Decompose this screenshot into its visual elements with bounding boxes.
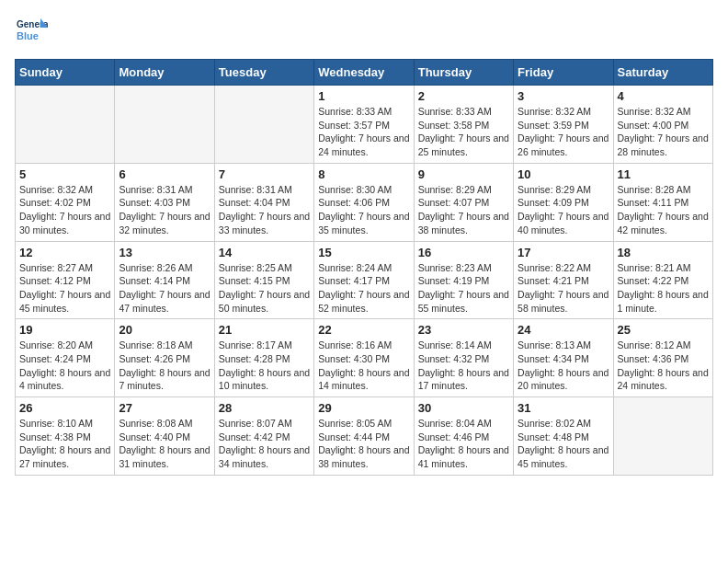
- day-number: 25: [618, 323, 709, 337]
- calendar-cell: 31Sunrise: 8:02 AMSunset: 4:48 PMDayligh…: [514, 397, 613, 476]
- day-info: Sunrise: 8:14 AMSunset: 4:32 PMDaylight:…: [418, 339, 509, 393]
- day-info: Sunrise: 8:32 AMSunset: 4:00 PMDaylight:…: [618, 105, 709, 159]
- day-number: 11: [618, 167, 709, 181]
- header: General Blue: [15, 15, 713, 48]
- calendar-cell: 25Sunrise: 8:12 AMSunset: 4:36 PMDayligh…: [613, 319, 712, 397]
- day-info: Sunrise: 8:21 AMSunset: 4:22 PMDaylight:…: [618, 261, 709, 316]
- day-number: 14: [219, 246, 310, 259]
- day-info: Sunrise: 8:31 AMSunset: 4:03 PMDaylight:…: [119, 183, 210, 237]
- calendar-cell: 29Sunrise: 8:05 AMSunset: 4:44 PMDayligh…: [314, 397, 414, 476]
- day-info: Sunrise: 8:31 AMSunset: 4:04 PMDaylight:…: [219, 183, 310, 237]
- weekday-header: Sunday: [16, 60, 115, 86]
- calendar-cell: 30Sunrise: 8:04 AMSunset: 4:46 PMDayligh…: [414, 397, 513, 476]
- calendar-week-row: 26Sunrise: 8:10 AMSunset: 4:38 PMDayligh…: [16, 397, 713, 476]
- day-number: 5: [19, 167, 110, 181]
- calendar-cell: 27Sunrise: 8:08 AMSunset: 4:40 PMDayligh…: [115, 397, 214, 476]
- day-number: 21: [219, 323, 310, 337]
- day-number: 22: [318, 323, 409, 337]
- day-number: 29: [318, 401, 409, 415]
- day-number: 23: [418, 323, 509, 337]
- day-info: Sunrise: 8:20 AMSunset: 4:24 PMDaylight:…: [19, 339, 110, 393]
- calendar-cell: 22Sunrise: 8:16 AMSunset: 4:30 PMDayligh…: [314, 319, 414, 397]
- calendar-cell: 2Sunrise: 8:33 AMSunset: 3:58 PMDaylight…: [414, 86, 513, 164]
- day-info: Sunrise: 8:27 AMSunset: 4:12 PMDaylight:…: [19, 261, 110, 316]
- day-info: Sunrise: 8:29 AMSunset: 4:09 PMDaylight:…: [518, 183, 609, 237]
- day-number: 1: [318, 89, 409, 103]
- day-info: Sunrise: 8:24 AMSunset: 4:17 PMDaylight:…: [318, 261, 409, 316]
- calendar-cell: 17Sunrise: 8:22 AMSunset: 4:21 PMDayligh…: [514, 241, 613, 319]
- calendar-cell: 23Sunrise: 8:14 AMSunset: 4:32 PMDayligh…: [414, 319, 513, 397]
- day-info: Sunrise: 8:05 AMSunset: 4:44 PMDaylight:…: [318, 417, 409, 471]
- day-number: 13: [119, 246, 210, 259]
- weekday-header: Saturday: [613, 60, 712, 86]
- day-info: Sunrise: 8:17 AMSunset: 4:28 PMDaylight:…: [219, 339, 310, 393]
- day-number: 3: [518, 89, 609, 103]
- day-info: Sunrise: 8:32 AMSunset: 3:59 PMDaylight:…: [518, 105, 609, 159]
- calendar-cell: 7Sunrise: 8:31 AMSunset: 4:04 PMDaylight…: [214, 163, 313, 241]
- calendar-cell: 16Sunrise: 8:23 AMSunset: 4:19 PMDayligh…: [414, 241, 513, 319]
- calendar-cell: 24Sunrise: 8:13 AMSunset: 4:34 PMDayligh…: [514, 319, 613, 397]
- day-info: Sunrise: 8:07 AMSunset: 4:42 PMDaylight:…: [219, 417, 310, 471]
- day-info: Sunrise: 8:22 AMSunset: 4:21 PMDaylight:…: [518, 261, 609, 316]
- day-number: 10: [518, 167, 609, 181]
- day-number: 27: [119, 401, 210, 415]
- day-info: Sunrise: 8:29 AMSunset: 4:07 PMDaylight:…: [418, 183, 509, 237]
- calendar-cell: [115, 86, 214, 164]
- calendar-cell: 3Sunrise: 8:32 AMSunset: 3:59 PMDaylight…: [514, 86, 613, 164]
- day-number: 15: [318, 246, 409, 259]
- calendar-cell: 4Sunrise: 8:32 AMSunset: 4:00 PMDaylight…: [613, 86, 712, 164]
- weekday-header: Tuesday: [214, 60, 313, 86]
- day-number: 19: [19, 323, 110, 337]
- day-number: 28: [219, 401, 310, 415]
- day-info: Sunrise: 8:28 AMSunset: 4:11 PMDaylight:…: [618, 183, 709, 237]
- day-info: Sunrise: 8:33 AMSunset: 3:57 PMDaylight:…: [318, 105, 409, 159]
- day-number: 26: [19, 401, 110, 415]
- calendar-week-row: 19Sunrise: 8:20 AMSunset: 4:24 PMDayligh…: [16, 319, 713, 397]
- day-number: 6: [119, 167, 210, 181]
- calendar-cell: 12Sunrise: 8:27 AMSunset: 4:12 PMDayligh…: [16, 241, 115, 319]
- day-info: Sunrise: 8:13 AMSunset: 4:34 PMDaylight:…: [518, 339, 609, 393]
- day-info: Sunrise: 8:04 AMSunset: 4:46 PMDaylight:…: [418, 417, 509, 471]
- calendar-cell: 8Sunrise: 8:30 AMSunset: 4:06 PMDaylight…: [314, 163, 414, 241]
- calendar-week-row: 12Sunrise: 8:27 AMSunset: 4:12 PMDayligh…: [16, 241, 713, 319]
- svg-text:Blue: Blue: [17, 30, 39, 41]
- day-number: 16: [418, 246, 509, 259]
- calendar-cell: [214, 86, 313, 164]
- calendar-week-row: 5Sunrise: 8:32 AMSunset: 4:02 PMDaylight…: [16, 163, 713, 241]
- day-info: Sunrise: 8:16 AMSunset: 4:30 PMDaylight:…: [318, 339, 409, 393]
- day-number: 24: [518, 323, 609, 337]
- calendar-cell: 19Sunrise: 8:20 AMSunset: 4:24 PMDayligh…: [16, 319, 115, 397]
- logo: General Blue: [15, 15, 48, 48]
- calendar-cell: 6Sunrise: 8:31 AMSunset: 4:03 PMDaylight…: [115, 163, 214, 241]
- day-info: Sunrise: 8:10 AMSunset: 4:38 PMDaylight:…: [19, 417, 110, 471]
- calendar-cell: 18Sunrise: 8:21 AMSunset: 4:22 PMDayligh…: [613, 241, 712, 319]
- calendar-cell: 11Sunrise: 8:28 AMSunset: 4:11 PMDayligh…: [613, 163, 712, 241]
- day-number: 20: [119, 323, 210, 337]
- day-info: Sunrise: 8:18 AMSunset: 4:26 PMDaylight:…: [119, 339, 210, 393]
- calendar-cell: 1Sunrise: 8:33 AMSunset: 3:57 PMDaylight…: [314, 86, 414, 164]
- calendar-cell: 20Sunrise: 8:18 AMSunset: 4:26 PMDayligh…: [115, 319, 214, 397]
- weekday-header: Wednesday: [314, 60, 414, 86]
- calendar-cell: 15Sunrise: 8:24 AMSunset: 4:17 PMDayligh…: [314, 241, 414, 319]
- calendar-cell: 9Sunrise: 8:29 AMSunset: 4:07 PMDaylight…: [414, 163, 513, 241]
- calendar-cell: [16, 86, 115, 164]
- header-row: SundayMondayTuesdayWednesdayThursdayFrid…: [16, 60, 713, 86]
- calendar-cell: 14Sunrise: 8:25 AMSunset: 4:15 PMDayligh…: [214, 241, 313, 319]
- day-number: 8: [318, 167, 409, 181]
- day-info: Sunrise: 8:08 AMSunset: 4:40 PMDaylight:…: [119, 417, 210, 471]
- calendar-week-row: 1Sunrise: 8:33 AMSunset: 3:57 PMDaylight…: [16, 86, 713, 164]
- calendar-cell: 28Sunrise: 8:07 AMSunset: 4:42 PMDayligh…: [214, 397, 313, 476]
- day-number: 12: [19, 246, 110, 259]
- weekday-header: Friday: [514, 60, 613, 86]
- calendar: SundayMondayTuesdayWednesdayThursdayFrid…: [15, 59, 713, 476]
- calendar-cell: [613, 397, 712, 476]
- day-info: Sunrise: 8:26 AMSunset: 4:14 PMDaylight:…: [119, 261, 210, 316]
- day-info: Sunrise: 8:25 AMSunset: 4:15 PMDaylight:…: [219, 261, 310, 316]
- day-number: 7: [219, 167, 310, 181]
- day-number: 31: [518, 401, 609, 415]
- weekday-header: Thursday: [414, 60, 513, 86]
- day-info: Sunrise: 8:32 AMSunset: 4:02 PMDaylight:…: [19, 183, 110, 237]
- day-number: 4: [618, 89, 709, 103]
- day-number: 17: [518, 246, 609, 259]
- day-number: 9: [418, 167, 509, 181]
